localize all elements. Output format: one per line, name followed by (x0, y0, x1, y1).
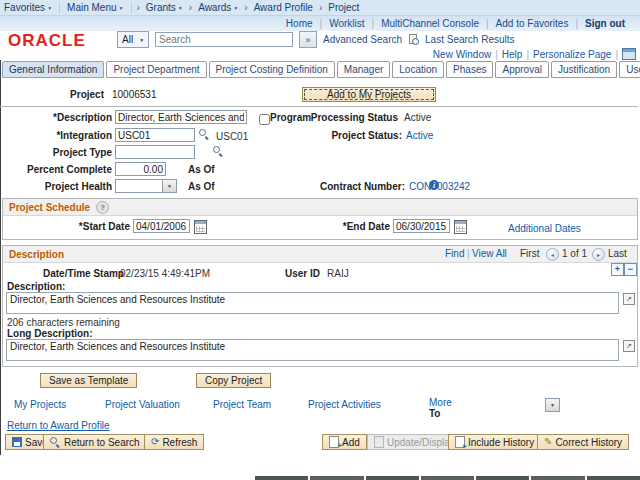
percent-complete-field[interactable] (115, 162, 166, 176)
header-links-bar: Home| Worklist| MultiChannel Console| Ad… (0, 16, 640, 31)
add-to-my-projects-button[interactable]: Add to My Projects (302, 87, 436, 102)
start-date-field[interactable] (133, 219, 190, 233)
breadcrumb-item-awards[interactable]: Awards▼ (198, 2, 238, 13)
tab-phases[interactable]: Phases (446, 61, 493, 78)
project-label: Project (0, 89, 104, 100)
search-go-button[interactable]: » (299, 31, 317, 48)
multichannel-console-link[interactable]: MultiChannel Console (381, 18, 479, 29)
row-count: 1 of 1 (562, 248, 587, 259)
dropdown-arrow-icon: ▼ (119, 5, 124, 11)
more-dropdown[interactable]: ▼ (545, 398, 560, 412)
last-search-results-icon (408, 34, 419, 45)
description-field[interactable] (115, 110, 247, 124)
end-date-calendar-icon[interactable] (454, 220, 467, 234)
go-to-label: To (429, 408, 440, 419)
view-all-link[interactable]: View All (472, 248, 507, 259)
project-schedule-title: Project Schedule (9, 202, 90, 213)
last-search-results-link[interactable]: Last Search Results (425, 34, 515, 45)
percent-complete-label: Percent Complete (0, 164, 112, 175)
page-utility-bar: New Window| Help| Personalize Page| (433, 48, 636, 60)
program-checkbox[interactable] (259, 114, 270, 125)
return-to-search-button[interactable]: Return to Search (43, 434, 147, 450)
next-row-icon[interactable]: ► (592, 248, 605, 261)
tab-manager[interactable]: Manager (337, 61, 390, 78)
integration-field-label: *Integration (0, 130, 112, 141)
my-projects-link[interactable]: My Projects (14, 399, 66, 410)
application-window: Favorites▼ Main Menu▼ › Grants▼ › Awards… (0, 0, 640, 480)
end-date-label: *End Date (300, 221, 390, 232)
sign-out-link[interactable]: Sign out (585, 18, 625, 29)
processing-status-value: Active (404, 112, 431, 123)
additional-dates-link[interactable]: Additional Dates (508, 223, 581, 234)
start-date-label: *Start Date (30, 221, 130, 232)
tab-general-information[interactable]: General Information (2, 61, 104, 78)
dropdown-arrow-icon: ▼ (233, 5, 238, 11)
project-valuation-link[interactable]: Project Valuation (105, 399, 180, 410)
project-team-link[interactable]: Project Team (213, 399, 271, 410)
breadcrumb-item-grants[interactable]: Grants▼ (146, 2, 183, 13)
project-health-select[interactable]: ▼ (115, 179, 177, 193)
search-scope-select[interactable]: All▼ (117, 31, 149, 48)
correct-history-button[interactable]: ✎Correct History (537, 434, 629, 450)
advanced-search-link[interactable]: Advanced Search (323, 34, 402, 45)
home-link[interactable]: Home (286, 18, 313, 29)
help-link[interactable]: Help (502, 49, 523, 60)
more-link[interactable]: More (429, 397, 452, 408)
dropdown-arrow-icon: ▼ (178, 5, 183, 11)
main-menu[interactable]: Main Menu▼ (67, 2, 123, 13)
previous-row-icon[interactable]: ◄ (546, 248, 559, 261)
search-input[interactable] (155, 32, 293, 47)
separator: | (495, 49, 498, 60)
breadcrumb-item-award-profile[interactable]: Award Profile (254, 2, 313, 13)
dropdown-arrow-icon: ▼ (545, 399, 559, 411)
project-type-lookup-icon[interactable] (213, 146, 224, 157)
refresh-icon: ⟳ (151, 437, 159, 447)
user-id-label: User ID (285, 268, 320, 279)
project-health-label: Project Health (0, 181, 112, 192)
expand-icon[interactable]: ↗ (623, 340, 635, 352)
breadcrumb-item-project[interactable]: Project (328, 2, 359, 13)
refresh-button[interactable]: ⟳Refresh (144, 434, 204, 450)
tab-project-department[interactable]: Project Department (106, 61, 206, 78)
tab-approval[interactable]: Approval (495, 61, 548, 78)
add-button[interactable]: +Add (322, 434, 367, 450)
search-bar: All▼ » Advanced Search Last Search Resul… (117, 32, 515, 47)
help-icon[interactable]: ? (96, 201, 109, 214)
long-description-textarea[interactable]: Director, Earth Sciences and Resources I… (6, 339, 619, 361)
add-row-button[interactable]: + (611, 263, 624, 276)
tab-location[interactable]: Location (392, 61, 444, 78)
return-to-award-profile-link[interactable]: Return to Award Profile (7, 420, 110, 431)
tab-justification[interactable]: Justification (551, 61, 617, 78)
breadcrumb: Favorites▼ Main Menu▼ › Grants▼ › Awards… (0, 0, 640, 16)
separator: | (372, 18, 375, 29)
project-activities-link[interactable]: Project Activities (308, 399, 381, 410)
copy-project-button[interactable]: Copy Project (196, 373, 271, 388)
save-as-template-button[interactable]: Save as Template (40, 373, 137, 388)
new-window-link[interactable]: New Window (433, 49, 491, 60)
worklist-link[interactable]: Worklist (329, 18, 364, 29)
tab-user-fields[interactable]: User Fields (619, 61, 640, 78)
project-schedule-header: Project Schedule ? (3, 199, 637, 216)
include-history-button[interactable]: ►Include History (448, 434, 541, 450)
personalize-page-link[interactable]: Personalize Page (533, 49, 611, 60)
delete-row-button[interactable]: − (624, 263, 637, 276)
project-type-field[interactable] (115, 145, 195, 159)
separator: | (320, 18, 323, 29)
start-date-calendar-icon[interactable] (194, 220, 207, 234)
project-id: 10006531 (112, 89, 157, 100)
favorites-menu[interactable]: Favorites▼ (4, 2, 52, 13)
project-status-value-link[interactable]: Active (406, 130, 433, 141)
add-to-favorites-link[interactable]: Add to Favorites (496, 18, 569, 29)
contract-info-icon[interactable]: i (429, 180, 439, 190)
expand-icon[interactable]: ↗ (623, 293, 635, 305)
project-health-as-of-label: As Of (188, 181, 215, 192)
description-textarea[interactable]: Director, Earth Sciences and Resources I… (6, 292, 619, 314)
new-window-icon[interactable] (622, 48, 636, 60)
description-text-label: Description: (7, 281, 65, 292)
end-date-field[interactable] (393, 219, 450, 233)
tab-project-costing-definition[interactable]: Project Costing Definition (209, 61, 335, 78)
integration-field[interactable] (115, 128, 195, 142)
contract-number-link[interactable]: CON0003242 (409, 181, 470, 192)
find-link[interactable]: Find (445, 248, 464, 259)
integration-lookup-icon[interactable] (199, 129, 210, 140)
